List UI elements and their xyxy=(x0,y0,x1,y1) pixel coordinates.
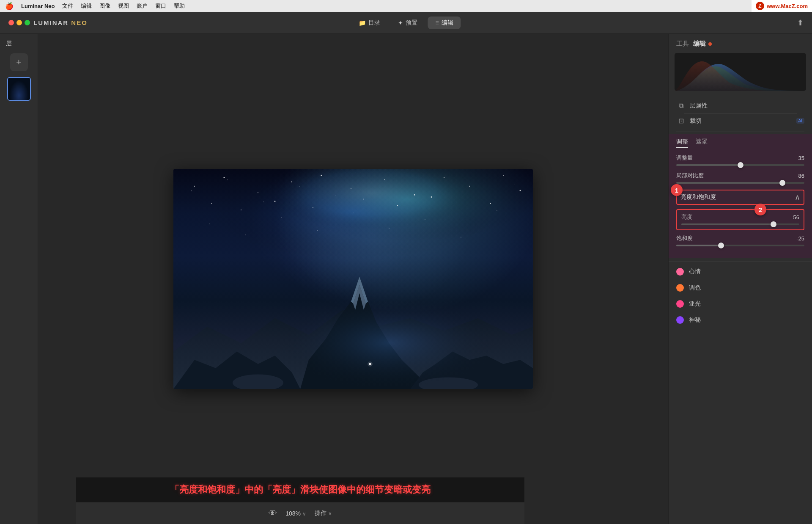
svg-point-30 xyxy=(363,199,364,199)
layers-panel: 层 + xyxy=(0,34,38,524)
close-button[interactable] xyxy=(8,20,14,25)
ops-chevron: ∨ xyxy=(328,510,332,516)
bs-title: 亮度和饱和度 xyxy=(680,193,716,201)
catalog-tab[interactable]: 📁 目录 xyxy=(351,17,388,29)
watermark-icon: Z xyxy=(756,2,764,10)
maximize-button[interactable] xyxy=(25,20,30,25)
catalog-icon: 📁 xyxy=(359,19,366,26)
layer-thumb-preview xyxy=(8,78,30,100)
layers-icon: ⧉ xyxy=(676,102,686,110)
menu-file[interactable]: 文件 xyxy=(62,2,73,10)
logo-text: LUMINAR NEO xyxy=(33,19,88,26)
svg-point-19 xyxy=(351,188,351,189)
saturation-track[interactable] xyxy=(676,245,804,246)
menu-edit[interactable]: 编辑 xyxy=(81,2,92,10)
menu-image[interactable]: 图像 xyxy=(99,2,110,10)
svg-point-26 xyxy=(211,203,212,204)
mystery-tool[interactable]: 神秘 xyxy=(669,312,812,328)
caption-text: 「亮度和饱和度」中的「亮度」滑块使图像中的细节变暗或变亮 xyxy=(170,484,431,495)
adj-tab-adjust[interactable]: 调整 xyxy=(676,138,688,148)
svg-point-15 xyxy=(224,177,225,178)
edit-label: 编辑 xyxy=(693,40,706,48)
toolbar-tabs: 📁 目录 ✦ 预置 ≡ 编辑 xyxy=(351,17,461,29)
svg-point-17 xyxy=(291,182,292,182)
svg-point-25 xyxy=(520,190,521,191)
brightness-thumb[interactable] xyxy=(771,221,776,227)
layer-props-section: ⧉ 层属性 ⊡ 裁切 AI xyxy=(669,95,812,132)
saturation-thumb[interactable] xyxy=(718,243,724,248)
bs-collapse-button[interactable]: ∧ xyxy=(795,193,800,202)
brightness-box: 亮度 56 xyxy=(676,209,804,230)
mystery-icon xyxy=(676,316,684,324)
main-layout: 层 + xyxy=(0,34,812,524)
ops-button[interactable]: 操作 ∨ xyxy=(315,510,332,517)
layer-props-label: 层属性 xyxy=(690,102,804,110)
svg-point-28 xyxy=(274,201,276,202)
zoom-value[interactable]: 108% ∨ xyxy=(285,510,306,517)
panel-header: 工具 编辑 xyxy=(669,34,812,51)
app-name[interactable]: Luminar Neo xyxy=(21,3,55,9)
adjust-amount-label: 调整量 xyxy=(676,154,693,162)
status-bar: 👁 108% ∨ 操作 ∨ xyxy=(76,502,524,524)
apple-menu[interactable]: 🍎 xyxy=(5,2,14,10)
minimize-button[interactable] xyxy=(16,20,22,25)
histogram-svg xyxy=(675,53,806,91)
menu-view[interactable]: 视图 xyxy=(118,2,129,10)
divider-3 xyxy=(669,262,812,262)
presets-icon: ✦ xyxy=(398,19,403,26)
local-contrast-thumb[interactable] xyxy=(779,180,785,186)
adj-tab-mask[interactable]: 遮罩 xyxy=(696,138,708,148)
saturation-value: -25 xyxy=(792,235,804,242)
bs-header-box: 亮度和饱和度 ∧ xyxy=(676,190,804,205)
svg-point-21 xyxy=(414,194,415,196)
adjust-amount-slider: 调整量 35 xyxy=(676,154,804,166)
mood-tool[interactable]: 心情 xyxy=(669,264,812,280)
saturation-header: 饱和度 -25 xyxy=(676,234,804,242)
local-contrast-slider: 局部对比度 86 xyxy=(676,172,804,184)
brightness-track[interactable] xyxy=(681,223,799,225)
crop-row[interactable]: ⊡ 裁切 AI xyxy=(676,113,804,128)
matte-icon xyxy=(676,300,684,308)
brightness-label: 亮度 xyxy=(681,213,692,221)
local-contrast-track[interactable] xyxy=(676,182,804,184)
saturation-slider: 饱和度 -25 xyxy=(676,234,804,246)
svg-point-14 xyxy=(194,186,195,187)
brightness-wrapper: 2 亮度 56 xyxy=(676,209,804,230)
canvas-area: 「亮度和饱和度」中的「亮度」滑块使图像中的细节变暗或变亮 👁 108% ∨ 操作… xyxy=(38,34,668,524)
crop-label: 裁切 xyxy=(690,117,792,125)
color-grading-label: 调色 xyxy=(689,284,701,292)
layer-props-row[interactable]: ⧉ 层属性 xyxy=(676,99,804,113)
svg-point-16 xyxy=(258,192,258,193)
adjust-amount-thumb[interactable] xyxy=(738,162,743,168)
mood-icon xyxy=(676,268,684,276)
svg-point-27 xyxy=(241,210,241,210)
window-controls xyxy=(8,20,30,25)
add-layer-button[interactable]: + xyxy=(10,53,28,71)
adj-tabs: 调整 遮罩 xyxy=(676,138,804,148)
zoom-chevron: ∨ xyxy=(302,511,306,517)
toolbar-right: ⬆ xyxy=(797,18,804,28)
menu-account[interactable]: 账户 xyxy=(137,2,148,10)
color-grading-tool[interactable]: 调色 xyxy=(669,280,812,296)
eye-icon[interactable]: 👁 xyxy=(269,508,277,518)
annotation-badge-1: 1 xyxy=(671,184,683,196)
svg-rect-13 xyxy=(173,169,533,290)
menubar: 🍎 Luminar Neo 文件 编辑 图像 视图 账户 窗口 帮助 Z www… xyxy=(0,0,812,12)
presets-tab[interactable]: ✦ 预置 xyxy=(390,17,425,29)
menu-window[interactable]: 窗口 xyxy=(155,2,166,10)
local-contrast-header: 局部对比度 86 xyxy=(676,172,804,179)
right-panel: 工具 编辑 xyxy=(668,34,812,524)
menu-help[interactable]: 帮助 xyxy=(174,2,185,10)
matte-tool[interactable]: 亚光 xyxy=(669,296,812,312)
adjust-amount-track[interactable] xyxy=(676,164,804,166)
adjust-amount-value: 35 xyxy=(792,155,804,161)
matte-label: 亚光 xyxy=(689,300,701,308)
tools-list: 心情 调色 亚光 神秘 xyxy=(669,264,812,328)
color-grading-icon xyxy=(676,284,684,292)
share-button[interactable]: ⬆ xyxy=(797,18,804,28)
layers-title: 层 xyxy=(4,40,12,47)
crop-icon: ⊡ xyxy=(676,117,686,125)
photo-container[interactable] xyxy=(173,169,533,389)
layer-thumbnail[interactable] xyxy=(7,77,31,101)
edit-tab[interactable]: ≡ 编辑 xyxy=(428,17,461,29)
